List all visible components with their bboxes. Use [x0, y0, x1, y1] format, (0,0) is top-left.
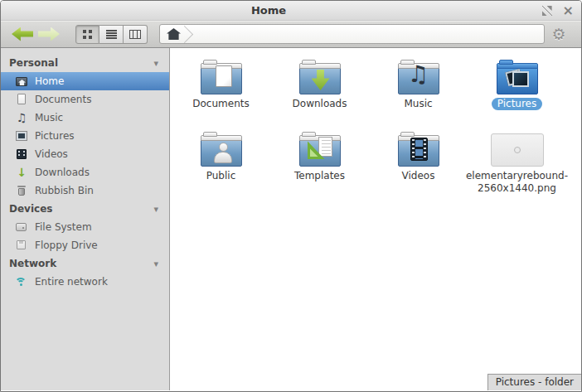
sidebar-section-network[interactable]: Network ▾: [1, 254, 169, 273]
sidebar-item-music[interactable]: ♫ Music: [1, 109, 169, 127]
sidebar-item-label: Pictures: [35, 130, 75, 142]
toolbar: ⚙: [1, 21, 581, 48]
settings-button[interactable]: ⚙: [545, 23, 573, 45]
sidebar-item-documents[interactable]: Documents: [1, 90, 169, 109]
file-manager-window: Home × ⚙: [0, 0, 582, 392]
sidebar-section-devices[interactable]: Devices ▾: [1, 200, 169, 218]
forward-arrow-icon: [38, 27, 60, 41]
status-badge: Pictures - folder: [487, 374, 581, 390]
sidebar-section-personal[interactable]: Personal ▾: [1, 54, 169, 72]
file-item-music[interactable]: ♫ Music: [370, 55, 468, 127]
section-label: Devices: [9, 203, 52, 215]
chevron-right-icon: [176, 26, 193, 43]
folder-videos-icon: [398, 127, 439, 167]
sidebar-item-label: Rubbish Bin: [35, 185, 94, 196]
sidebar-item-downloads[interactable]: ↓ Downloads: [1, 163, 169, 181]
file-label: Downloads: [293, 98, 347, 110]
document-icon: [15, 93, 28, 106]
sidebar-item-label: File System: [35, 221, 92, 233]
sidebar-item-file-system[interactable]: File System: [1, 218, 169, 236]
file-grid: Documents Downloads ♫ Music: [170, 48, 581, 199]
file-item-public[interactable]: Public: [172, 127, 270, 199]
sidebar-item-label: Entire network: [35, 276, 108, 288]
chevron-down-icon[interactable]: ▾: [153, 204, 158, 215]
file-item-pictures[interactable]: Pictures: [468, 55, 566, 127]
file-label: Documents: [192, 98, 249, 110]
home-folder-icon: [15, 75, 28, 88]
hard-drive-icon: [15, 220, 28, 234]
grid-view-button[interactable]: [75, 25, 99, 44]
sidebar-item-label: Documents: [35, 94, 91, 105]
window-title: Home: [1, 1, 536, 21]
floppy-disk-icon: [15, 239, 28, 252]
grid-view-icon: [83, 30, 92, 39]
maximize-icon[interactable]: [542, 6, 552, 16]
folder-templates-icon: [299, 127, 341, 167]
folder-music-icon: ♫: [398, 55, 439, 94]
window-controls: ×: [542, 1, 574, 21]
file-label: Public: [206, 170, 236, 182]
sidebar-item-pictures[interactable]: Pictures: [1, 127, 169, 145]
wifi-icon: [15, 275, 28, 288]
file-item-videos[interactable]: Videos: [370, 127, 468, 199]
section-label: Network: [9, 258, 56, 269]
column-view-icon: [129, 30, 141, 39]
back-button[interactable]: [9, 25, 36, 43]
file-label: Pictures: [492, 98, 543, 110]
sidebar-item-label: Floppy Drive: [35, 240, 98, 251]
download-arrow-icon: ↓: [15, 166, 28, 179]
sidebar-item-rubbish-bin[interactable]: Rubbish Bin: [1, 181, 169, 200]
folder-documents-icon: [201, 55, 242, 94]
chevron-down-icon[interactable]: ▾: [153, 58, 158, 69]
sidebar-item-label: Videos: [35, 148, 68, 160]
content-area: Personal ▾ Home Documents ♫ Music Pictur…: [1, 48, 581, 390]
list-view-icon: [106, 30, 117, 39]
column-view-button[interactable]: [124, 25, 148, 44]
folder-downloads-icon: [299, 55, 341, 94]
titlebar[interactable]: Home ×: [1, 1, 581, 21]
music-note-icon: ♫: [399, 63, 439, 86]
back-arrow-icon: [12, 27, 33, 41]
breadcrumb-bar[interactable]: [159, 24, 545, 44]
film-icon: [15, 148, 28, 161]
sidebar-item-entire-network[interactable]: Entire network: [1, 273, 169, 291]
trash-icon: [15, 184, 28, 197]
folder-public-icon: [201, 127, 242, 167]
file-view[interactable]: Documents Downloads ♫ Music: [170, 48, 581, 390]
sidebar-item-label: Music: [35, 112, 63, 123]
section-label: Personal: [9, 57, 58, 69]
sidebar-item-label: Home: [35, 75, 64, 87]
file-label: Videos: [402, 170, 435, 182]
sidebar-item-floppy-drive[interactable]: Floppy Drive: [1, 236, 169, 254]
forward-button[interactable]: [36, 25, 62, 43]
file-label: elementaryrebound-2560x1440.png: [466, 170, 568, 195]
file-label: Music: [404, 98, 432, 110]
file-label: Templates: [294, 170, 345, 182]
folder-pictures-icon: [497, 55, 538, 94]
file-item-image-png[interactable]: elementaryrebound-2560x1440.png: [468, 127, 566, 199]
file-item-templates[interactable]: Templates: [271, 127, 369, 199]
chevron-down-icon[interactable]: ▾: [153, 259, 158, 269]
sidebar-item-label: Downloads: [35, 167, 90, 178]
sidebar-item-videos[interactable]: Videos: [1, 145, 169, 163]
file-item-documents[interactable]: Documents: [172, 55, 270, 127]
music-note-icon: ♫: [15, 111, 28, 124]
gear-icon: ⚙: [551, 25, 565, 43]
view-switcher: [75, 25, 148, 44]
list-view-button[interactable]: [99, 25, 124, 44]
photo-icon: [15, 129, 28, 143]
image-thumbnail-icon: [491, 127, 544, 167]
file-item-downloads[interactable]: Downloads: [271, 55, 369, 127]
sidebar-item-home[interactable]: Home: [1, 72, 169, 90]
sidebar: Personal ▾ Home Documents ♫ Music Pictur…: [1, 48, 170, 390]
close-icon[interactable]: ×: [563, 6, 574, 16]
